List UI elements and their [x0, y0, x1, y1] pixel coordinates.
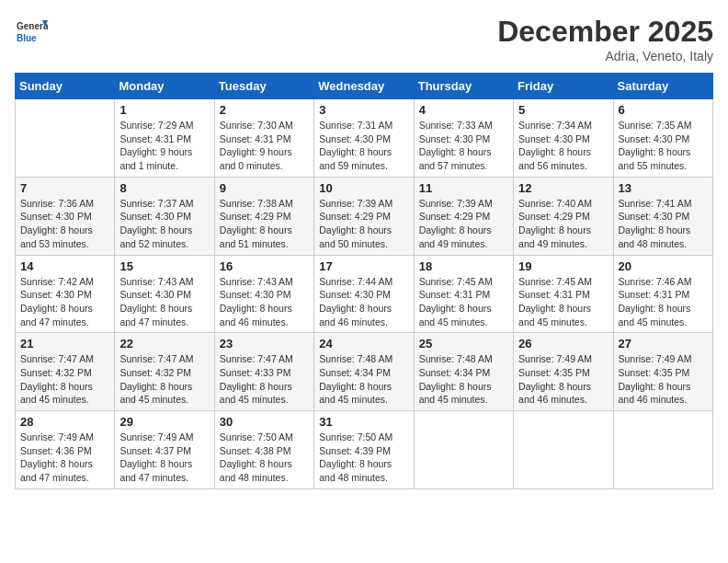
day-info: Sunrise: 7:41 AM Sunset: 4:30 PM Dayligh… — [619, 197, 708, 251]
day-info: Sunrise: 7:36 AM Sunset: 4:30 PM Dayligh… — [20, 197, 109, 251]
day-info: Sunrise: 7:35 AM Sunset: 4:30 PM Dayligh… — [619, 119, 708, 173]
day-number: 29 — [119, 415, 209, 429]
day-number: 9 — [220, 181, 309, 195]
calendar-cell: 31Sunrise: 7:50 AM Sunset: 4:39 PM Dayli… — [314, 411, 414, 489]
calendar-week-2: 7Sunrise: 7:36 AM Sunset: 4:30 PM Daylig… — [16, 177, 713, 255]
day-info: Sunrise: 7:39 AM Sunset: 4:29 PM Dayligh… — [319, 197, 408, 251]
calendar-cell: 29Sunrise: 7:49 AM Sunset: 4:37 PM Dayli… — [115, 411, 214, 489]
weekday-header-wednesday: Wednesday — [314, 74, 414, 99]
calendar-cell: 9Sunrise: 7:38 AM Sunset: 4:29 PM Daylig… — [214, 177, 313, 255]
day-info: Sunrise: 7:49 AM Sunset: 4:35 PM Dayligh… — [518, 352, 608, 407]
day-number: 12 — [518, 181, 608, 195]
day-number: 24 — [319, 337, 408, 350]
day-number: 23 — [220, 337, 309, 350]
calendar-cell: 30Sunrise: 7:50 AM Sunset: 4:38 PM Dayli… — [214, 411, 313, 489]
day-info: Sunrise: 7:46 AM Sunset: 4:31 PM Dayligh… — [619, 275, 708, 329]
calendar-cell: 24Sunrise: 7:48 AM Sunset: 4:34 PM Dayli… — [314, 333, 414, 411]
calendar-week-1: 1Sunrise: 7:29 AM Sunset: 4:31 PM Daylig… — [16, 99, 713, 178]
day-number: 13 — [619, 181, 708, 195]
day-number: 7 — [20, 181, 109, 195]
day-info: Sunrise: 7:49 AM Sunset: 4:37 PM Dayligh… — [119, 431, 209, 485]
day-number: 20 — [619, 259, 708, 273]
calendar-cell — [16, 99, 115, 178]
title-area: December 2025 Adria, Veneto, Italy — [497, 15, 713, 63]
day-info: Sunrise: 7:40 AM Sunset: 4:29 PM Dayligh… — [518, 197, 608, 251]
day-number: 21 — [20, 337, 109, 350]
day-number: 4 — [419, 103, 508, 117]
day-number: 3 — [319, 103, 408, 117]
calendar-cell: 1Sunrise: 7:29 AM Sunset: 4:31 PM Daylig… — [115, 99, 214, 178]
day-number: 6 — [619, 103, 708, 117]
day-number: 30 — [220, 415, 309, 429]
calendar-cell: 8Sunrise: 7:37 AM Sunset: 4:30 PM Daylig… — [115, 177, 214, 255]
calendar-cell: 21Sunrise: 7:47 AM Sunset: 4:32 PM Dayli… — [16, 333, 115, 411]
day-number: 15 — [119, 259, 209, 273]
day-info: Sunrise: 7:47 AM Sunset: 4:33 PM Dayligh… — [220, 352, 309, 407]
day-number: 18 — [419, 259, 508, 273]
day-info: Sunrise: 7:44 AM Sunset: 4:30 PM Dayligh… — [319, 275, 408, 329]
calendar-cell: 20Sunrise: 7:46 AM Sunset: 4:31 PM Dayli… — [613, 255, 712, 333]
calendar-cell: 10Sunrise: 7:39 AM Sunset: 4:29 PM Dayli… — [314, 177, 414, 255]
day-number: 11 — [419, 181, 508, 195]
calendar-cell: 3Sunrise: 7:31 AM Sunset: 4:30 PM Daylig… — [314, 99, 414, 178]
calendar-cell: 15Sunrise: 7:43 AM Sunset: 4:30 PM Dayli… — [115, 255, 214, 333]
day-number: 25 — [419, 337, 508, 350]
day-info: Sunrise: 7:39 AM Sunset: 4:29 PM Dayligh… — [419, 197, 508, 251]
calendar-cell: 7Sunrise: 7:36 AM Sunset: 4:30 PM Daylig… — [16, 177, 115, 255]
calendar-cell: 14Sunrise: 7:42 AM Sunset: 4:30 PM Dayli… — [16, 255, 115, 333]
day-info: Sunrise: 7:47 AM Sunset: 4:32 PM Dayligh… — [20, 352, 109, 407]
weekday-header-thursday: Thursday — [414, 74, 513, 99]
weekday-header-row: SundayMondayTuesdayWednesdayThursdayFrid… — [16, 74, 713, 99]
calendar-cell: 26Sunrise: 7:49 AM Sunset: 4:35 PM Dayli… — [514, 333, 613, 411]
day-info: Sunrise: 7:43 AM Sunset: 4:30 PM Dayligh… — [220, 275, 309, 329]
logo-svg: General Blue — [15, 15, 48, 48]
weekday-header-saturday: Saturday — [613, 74, 712, 99]
calendar-cell: 23Sunrise: 7:47 AM Sunset: 4:33 PM Dayli… — [214, 333, 313, 411]
weekday-header-monday: Monday — [115, 74, 214, 99]
weekday-header-sunday: Sunday — [16, 74, 115, 99]
day-number: 31 — [319, 415, 408, 429]
day-info: Sunrise: 7:50 AM Sunset: 4:38 PM Dayligh… — [220, 431, 309, 485]
day-info: Sunrise: 7:37 AM Sunset: 4:30 PM Dayligh… — [119, 197, 209, 251]
calendar-cell: 19Sunrise: 7:45 AM Sunset: 4:31 PM Dayli… — [514, 255, 613, 333]
day-info: Sunrise: 7:47 AM Sunset: 4:32 PM Dayligh… — [119, 352, 209, 407]
month-title: December 2025 — [497, 15, 713, 49]
calendar-week-3: 14Sunrise: 7:42 AM Sunset: 4:30 PM Dayli… — [16, 255, 713, 333]
calendar-cell: 4Sunrise: 7:33 AM Sunset: 4:30 PM Daylig… — [414, 99, 513, 178]
calendar-cell: 13Sunrise: 7:41 AM Sunset: 4:30 PM Dayli… — [613, 177, 712, 255]
weekday-header-friday: Friday — [514, 74, 613, 99]
calendar-cell: 22Sunrise: 7:47 AM Sunset: 4:32 PM Dayli… — [115, 333, 214, 411]
weekday-header-tuesday: Tuesday — [214, 74, 313, 99]
calendar-cell — [613, 411, 712, 489]
calendar-cell: 27Sunrise: 7:49 AM Sunset: 4:35 PM Dayli… — [613, 333, 712, 411]
day-number: 14 — [20, 259, 109, 273]
day-info: Sunrise: 7:34 AM Sunset: 4:30 PM Dayligh… — [518, 119, 608, 173]
day-info: Sunrise: 7:43 AM Sunset: 4:30 PM Dayligh… — [119, 275, 209, 329]
day-info: Sunrise: 7:50 AM Sunset: 4:39 PM Dayligh… — [319, 431, 408, 485]
calendar-cell — [414, 411, 513, 489]
day-number: 22 — [119, 337, 209, 350]
calendar-cell: 16Sunrise: 7:43 AM Sunset: 4:30 PM Dayli… — [214, 255, 313, 333]
logo: General Blue — [15, 15, 48, 48]
day-info: Sunrise: 7:45 AM Sunset: 4:31 PM Dayligh… — [419, 275, 508, 329]
day-info: Sunrise: 7:29 AM Sunset: 4:31 PM Dayligh… — [119, 119, 209, 173]
calendar-table: SundayMondayTuesdayWednesdayThursdayFrid… — [15, 73, 713, 489]
day-info: Sunrise: 7:31 AM Sunset: 4:30 PM Dayligh… — [319, 119, 408, 173]
day-info: Sunrise: 7:45 AM Sunset: 4:31 PM Dayligh… — [518, 275, 608, 329]
calendar-cell: 12Sunrise: 7:40 AM Sunset: 4:29 PM Dayli… — [514, 177, 613, 255]
calendar-cell: 5Sunrise: 7:34 AM Sunset: 4:30 PM Daylig… — [514, 99, 613, 178]
day-info: Sunrise: 7:38 AM Sunset: 4:29 PM Dayligh… — [220, 197, 309, 251]
day-number: 27 — [619, 337, 708, 350]
day-number: 10 — [319, 181, 408, 195]
svg-text:General: General — [17, 21, 48, 31]
day-info: Sunrise: 7:33 AM Sunset: 4:30 PM Dayligh… — [419, 119, 508, 173]
location-subtitle: Adria, Veneto, Italy — [497, 49, 713, 63]
day-number: 5 — [518, 103, 608, 117]
calendar-cell: 25Sunrise: 7:48 AM Sunset: 4:34 PM Dayli… — [414, 333, 513, 411]
calendar-week-5: 28Sunrise: 7:49 AM Sunset: 4:36 PM Dayli… — [16, 411, 713, 489]
day-number: 26 — [518, 337, 608, 350]
svg-text:Blue: Blue — [17, 33, 37, 43]
calendar-cell — [514, 411, 613, 489]
calendar-cell: 17Sunrise: 7:44 AM Sunset: 4:30 PM Dayli… — [314, 255, 414, 333]
day-info: Sunrise: 7:48 AM Sunset: 4:34 PM Dayligh… — [319, 352, 408, 407]
